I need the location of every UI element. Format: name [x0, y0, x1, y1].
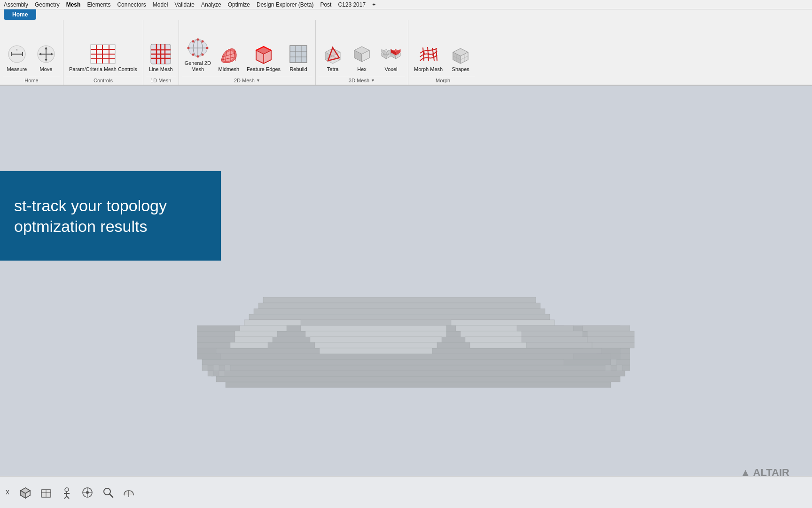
- viewport[interactable]: st-track your topology optmization resul…: [0, 86, 812, 476]
- section-controls: Param/Criteria Mesh Controls Controls: [63, 20, 143, 85]
- svg-rect-91: [0, 86, 812, 476]
- svg-rect-104: [258, 303, 540, 309]
- general-2d-mesh-button[interactable]: General 2DMesh: [182, 35, 214, 74]
- tab-home[interactable]: Home: [4, 9, 36, 20]
- svg-rect-119: [305, 331, 446, 337]
- svg-text:▲ ALTAIR: ▲ ALTAIR: [741, 467, 790, 476]
- status-icon-cube[interactable]: [17, 484, 34, 501]
- svg-line-163: [109, 494, 113, 497]
- svg-rect-106: [249, 314, 550, 320]
- svg-rect-93: [216, 376, 620, 382]
- menu-c123[interactable]: C123 2017: [338, 1, 366, 8]
- 2d-mesh-dropdown-arrow[interactable]: ▼: [256, 78, 260, 83]
- svg-rect-129: [587, 337, 634, 342]
- param-criteria-button[interactable]: Param/Criteria Mesh Controls: [66, 41, 140, 74]
- 1d-mesh-section-label: 1D Mesh: [146, 76, 176, 85]
- feature-edges-label: Feature Edges: [247, 66, 281, 72]
- 2d-mesh-items: General 2DMesh: [182, 22, 312, 76]
- svg-rect-124: [522, 331, 583, 337]
- svg-rect-140: [208, 371, 213, 376]
- svg-rect-128: [587, 331, 634, 337]
- promo-text: st-track your topology optmization resul…: [14, 195, 167, 237]
- 3d-mesh-dropdown-arrow[interactable]: ▼: [371, 78, 375, 83]
- svg-rect-143: [605, 365, 611, 371]
- status-icon-3d[interactable]: [120, 484, 137, 501]
- move-button[interactable]: Move: [32, 41, 60, 74]
- svg-point-37: [201, 53, 203, 56]
- svg-rect-135: [564, 359, 611, 365]
- line-mesh-label: Line Mesh: [149, 66, 173, 72]
- line-mesh-icon: [149, 43, 172, 65]
- morph-mesh-label: Morph Mesh: [414, 66, 443, 72]
- menu-design-explorer[interactable]: Design Explorer (Beta): [257, 1, 313, 8]
- home-items: 1 Measure: [3, 22, 60, 76]
- svg-rect-118: [301, 325, 446, 331]
- menu-add[interactable]: +: [372, 1, 375, 8]
- menu-post[interactable]: Post: [320, 1, 331, 8]
- svg-rect-132: [601, 348, 620, 354]
- voxel-button[interactable]: Voxel: [377, 41, 405, 74]
- hex-button[interactable]: Hex: [348, 41, 376, 74]
- shapes-label: Shapes: [452, 66, 469, 72]
- section-2d-mesh: General 2DMesh: [179, 20, 316, 85]
- svg-point-80: [423, 52, 425, 54]
- svg-rect-133: [197, 354, 221, 359]
- 2d-mesh-section-label: 2D Mesh ▼: [182, 76, 312, 85]
- svg-rect-123: [517, 325, 573, 331]
- line-mesh-button[interactable]: Line Mesh: [146, 41, 176, 74]
- morph-mesh-button[interactable]: Morph Mesh: [411, 41, 445, 74]
- shapes-button[interactable]: Shapes: [446, 41, 475, 74]
- svg-rect-108: [244, 320, 301, 325]
- svg-rect-139: [225, 365, 230, 371]
- svg-rect-95: [207, 365, 630, 371]
- voxel-label: Voxel: [385, 66, 398, 72]
- menu-geometry[interactable]: Geometry: [35, 1, 60, 8]
- param-criteria-label: Param/Criteria Mesh Controls: [69, 66, 137, 72]
- feature-edges-button[interactable]: Feature Edges: [244, 41, 283, 74]
- menu-model[interactable]: Model: [153, 1, 168, 8]
- menu-connectors[interactable]: Connectors: [117, 1, 146, 8]
- svg-rect-125: [522, 337, 587, 342]
- status-icon-search[interactable]: [100, 484, 117, 501]
- svg-rect-92: [226, 382, 611, 388]
- svg-rect-94: [211, 371, 625, 376]
- svg-point-30: [187, 47, 189, 49]
- svg-rect-134: [197, 348, 216, 354]
- menu-elements[interactable]: Elements: [87, 1, 110, 8]
- svg-point-35: [201, 40, 203, 42]
- status-icon-box[interactable]: [38, 484, 55, 501]
- svg-rect-112: [235, 331, 277, 337]
- 3d-mesh-items: Tetra Hex: [319, 22, 405, 76]
- tetra-button[interactable]: Tetra: [319, 41, 347, 74]
- svg-line-156: [64, 496, 67, 499]
- controls-section-label: Controls: [66, 76, 140, 85]
- menu-bar: Assembly Geometry Mesh Elements Connecto…: [0, 0, 812, 9]
- midmesh-button[interactable]: Midmesh: [215, 41, 243, 74]
- menu-optimize[interactable]: Optimize: [228, 1, 250, 8]
- menu-mesh[interactable]: Mesh: [66, 1, 81, 8]
- status-icon-axis[interactable]: [79, 484, 96, 501]
- svg-text:1: 1: [16, 48, 18, 52]
- ribbon-main: 1 Measure: [0, 20, 812, 85]
- status-icon-frame[interactable]: [58, 484, 75, 501]
- menu-validate[interactable]: Validate: [174, 1, 194, 8]
- measure-button[interactable]: 1 Measure: [3, 41, 31, 74]
- menu-assembly[interactable]: Assembly: [4, 1, 28, 8]
- svg-rect-103: [263, 297, 536, 303]
- section-3d-mesh: Tetra Hex: [316, 20, 408, 85]
- svg-rect-136: [573, 354, 611, 359]
- section-home: 1 Measure: [0, 20, 63, 85]
- tetra-label: Tetra: [327, 66, 338, 72]
- menu-analyze[interactable]: Analyze: [201, 1, 221, 8]
- svg-rect-130: [592, 342, 634, 348]
- measure-label: Measure: [7, 66, 27, 72]
- tetra-icon: [321, 43, 344, 65]
- rebuild-button[interactable]: Rebuild: [284, 41, 312, 74]
- svg-rect-137: [202, 365, 208, 371]
- svg-rect-105: [254, 309, 545, 314]
- param-criteria-icon: [92, 43, 114, 65]
- svg-point-34: [192, 40, 194, 42]
- feature-edges-icon: [252, 43, 275, 65]
- svg-rect-120: [310, 337, 442, 342]
- svg-rect-116: [230, 342, 268, 348]
